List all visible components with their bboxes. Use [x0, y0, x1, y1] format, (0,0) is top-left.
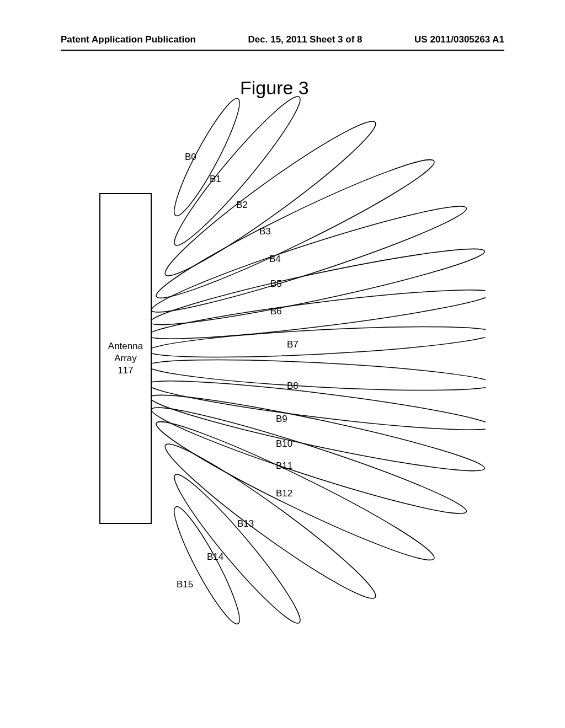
beam-label-b2: B2: [236, 200, 248, 211]
antenna-array-box: Antenna Array 117: [99, 193, 152, 524]
svg-point-8: [147, 354, 486, 397]
svg-point-6: [146, 281, 486, 347]
diagram-container: Antenna Array 117 B0 B1 B2 B3 B4 B5 B6 B…: [99, 94, 486, 667]
beam-label-b4: B4: [269, 254, 281, 265]
beam-label-b12: B12: [276, 488, 292, 499]
svg-point-11: [147, 396, 471, 526]
beam-label-b1: B1: [210, 174, 221, 185]
beam-label-b9: B9: [276, 414, 287, 425]
svg-point-9: [146, 372, 486, 438]
antenna-label-1: Antenna: [108, 340, 143, 352]
antenna-label-2: Array: [114, 352, 137, 365]
header-center: Dec. 15, 2011 Sheet 3 of 8: [248, 34, 363, 45]
antenna-label-3: 117: [118, 365, 133, 377]
beam-label-b11: B11: [276, 461, 292, 472]
header-right: US 2011/0305263 A1: [414, 34, 504, 45]
beam-label-b6: B6: [270, 306, 282, 317]
beam-label-b15: B15: [177, 579, 193, 590]
beam-label-b5: B5: [270, 279, 282, 290]
beam-label-b10: B10: [276, 438, 292, 449]
svg-point-15: [166, 502, 248, 629]
beam-label-b7: B7: [287, 339, 299, 350]
svg-point-4: [147, 195, 471, 324]
header-left: Patent Application Publication: [61, 34, 196, 45]
beam-label-b0: B0: [185, 152, 196, 163]
beam-label-b13: B13: [237, 518, 254, 529]
beam-label-b14: B14: [207, 552, 223, 563]
header-rule: [61, 50, 504, 51]
svg-point-0: [166, 94, 248, 221]
beam-label-b3: B3: [259, 226, 271, 237]
beam-label-b8: B8: [287, 381, 299, 392]
